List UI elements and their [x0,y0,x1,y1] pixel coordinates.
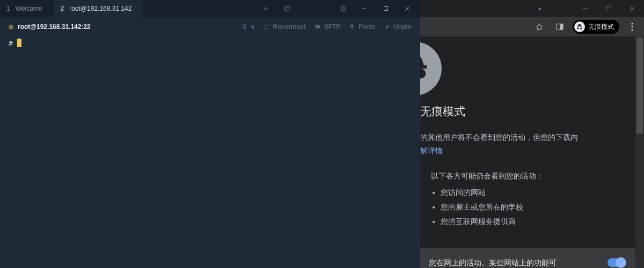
incognito-hero-icon [420,42,442,95]
cursor-icon [17,39,21,47]
spacer [299,1,331,16]
list-item: 您的互联网服务提供商 [441,216,644,227]
tab-index: 2 [60,5,64,12]
prompt: # [9,39,13,47]
incognito-icon [574,21,585,32]
ports-icon [349,24,355,30]
sftp-label: SFTP [324,23,341,31]
unpin-button[interactable]: Unpin [384,23,412,31]
settings-button[interactable] [333,1,353,16]
chevron-down-icon[interactable]: ▾ [538,6,541,12]
kebab-icon [631,23,633,31]
maximize-icon [605,5,612,12]
terminal-window: 1 Welcome 2 root@192.168.31.142 [0,0,420,268]
gear-icon [339,5,347,12]
svg-rect-1 [286,7,289,10]
session-actions: ▾ Reconnect SFTP Ports Unpin [241,23,412,31]
tab-ssh-session[interactable]: 2 root@192.168.31.142 [54,0,143,17]
titlebar-controls [256,0,420,17]
folder-icon [314,24,321,30]
status-indicator-icon [9,25,13,29]
close-icon [629,5,635,12]
sftp-button[interactable]: SFTP [314,23,341,31]
cookies-toggle[interactable] [608,258,626,267]
session-bar: root@192.168.31.142:22 ▾ Reconnect SFTP … [0,17,420,36]
svg-rect-2 [362,9,367,9]
svg-point-8 [631,23,633,24]
close-button[interactable] [620,0,644,17]
maximize-icon [382,5,390,12]
side-panel-button[interactable] [552,19,567,34]
list-item: 您访问的网站 [441,187,644,198]
visible-to-list: 您访问的网站 您的雇主或您所在的学校 您的互联网服务提供商 [441,187,644,227]
svg-rect-3 [384,7,388,11]
menu-button[interactable] [625,19,640,34]
minimize-button[interactable] [573,0,597,17]
reconnect-button[interactable]: Reconnect [263,23,305,31]
svg-rect-4 [582,9,588,9]
panel-icon [555,23,564,31]
reconnect-label: Reconnect [273,23,305,31]
incognito-body: 的其他用户将不会看到您的活动，但您的下载内 [420,133,578,142]
visible-to-label: 以下各方可能仍会看到您的活动： [431,170,644,182]
terminal-titlebar: 1 Welcome 2 root@192.168.31.142 [0,0,420,17]
session-title: root@192.168.31.142:22 [18,23,91,31]
tab-welcome[interactable]: 1 Welcome [0,0,54,17]
tab-label: root@192.168.31.142 [69,5,131,12]
minimize-button[interactable] [355,1,374,16]
minimize-icon [361,5,368,12]
chrome-toolbar: 无痕模式 [420,17,644,36]
minimize-icon [582,5,588,12]
unpin-label: Unpin [393,23,412,31]
chrome-window-controls [573,0,644,17]
ports-label: Ports [358,23,375,31]
incognito-content: 无痕模式 的其他用户将不会看到您的活动，但您的下载内 解详情 以下各方可能仍会看… [420,42,644,268]
prompt-line: # [9,39,412,47]
ports-button[interactable]: Ports [349,23,375,31]
list-item: 您的雇主或您所在的学校 [441,202,644,213]
scrollbar[interactable] [635,36,644,268]
svg-point-10 [631,29,633,31]
incognito-heading: 无痕模式 [420,103,644,120]
card-text: 您在网上的活动。某些网站上的功能可 [429,257,557,269]
chrome-window: ▾ 无痕模式 [420,0,644,268]
new-tab-button[interactable] [256,1,275,16]
plus-icon [262,5,269,12]
close-icon [404,5,411,12]
chrome-body: 无痕模式 的其他用户将不会看到您的活动，但您的下载内 解详情 以下各方可能仍会看… [420,36,644,268]
chrome-titlebar: ▾ [420,0,644,17]
reconnect-icon [263,24,269,30]
bookmark-button[interactable] [532,19,547,34]
bulb-icon [241,24,248,30]
learn-more-link[interactable]: 解详情 [420,145,644,157]
svg-rect-7 [560,24,563,30]
scrollbar-thumb[interactable] [636,38,643,134]
svg-rect-5 [606,6,611,11]
pin-icon [384,24,390,30]
maximize-button[interactable] [376,1,396,16]
third-party-cookies-card: 您在网上的活动。某些网站上的功能可 [420,248,635,269]
star-icon [535,23,544,31]
svg-point-9 [631,26,633,27]
incognito-chip-label: 无痕模式 [588,23,614,32]
maximize-button[interactable] [597,0,620,17]
terminal-tabs: 1 Welcome 2 root@192.168.31.142 [0,0,143,17]
terminal-body[interactable]: # [0,36,420,268]
close-button[interactable] [398,1,417,16]
panes-button[interactable] [277,1,297,16]
hint-button[interactable]: ▾ [241,23,254,31]
incognito-chip[interactable]: 无痕模式 [573,20,619,34]
tab-index: 1 [6,5,10,12]
tab-label: Welcome [16,5,42,12]
panes-icon [283,5,291,12]
